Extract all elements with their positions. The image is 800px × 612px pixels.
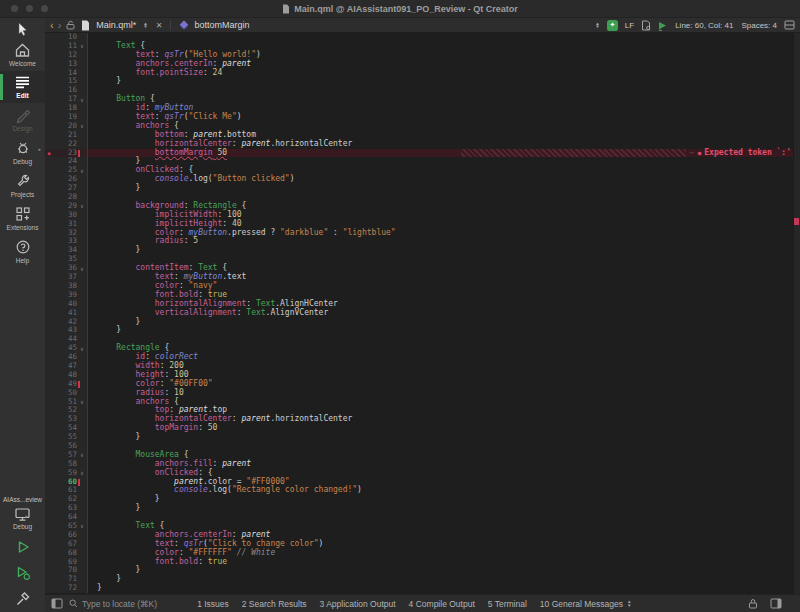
go-forward-button[interactable]: ›: [58, 19, 62, 31]
code-line[interactable]: 63 }: [45, 504, 793, 513]
code-text[interactable]: }: [88, 318, 793, 327]
code-line[interactable]: 16: [45, 86, 793, 95]
indentation-indicator[interactable]: Spaces: 4: [741, 21, 777, 30]
gutter[interactable]: 63: [45, 504, 88, 513]
pane-button-4-compile-output[interactable]: 4 Compile Output: [409, 599, 475, 609]
code-text[interactable]: width: 200: [88, 362, 793, 371]
code-text[interactable]: }: [88, 504, 793, 513]
gutter[interactable]: 22: [45, 140, 88, 149]
code-line[interactable]: 62 }: [45, 495, 793, 504]
code-text[interactable]: radius: 5: [88, 237, 793, 246]
toggle-right-sidebar-button[interactable]: [770, 598, 782, 609]
gutter[interactable]: 62: [45, 495, 88, 504]
gutter[interactable]: 14: [45, 69, 88, 78]
sidebar-item-edit[interactable]: Edit: [0, 71, 45, 103]
code-line[interactable]: 33 radius: 5: [45, 237, 793, 246]
fold-marker-icon[interactable]: ∨: [77, 523, 87, 529]
code-text[interactable]: }: [88, 433, 793, 442]
gutter[interactable]: 39: [45, 291, 88, 300]
code-line[interactable]: 43 }: [45, 326, 793, 335]
pane-button-3-application-output[interactable]: 3 Application Output: [320, 599, 396, 609]
gutter[interactable]: 10: [45, 33, 88, 42]
gutter[interactable]: 40: [45, 300, 88, 309]
code-text[interactable]: Button {: [88, 95, 793, 104]
toggle-left-sidebar-button[interactable]: [51, 598, 63, 609]
code-text[interactable]: [88, 442, 793, 451]
gutter[interactable]: 49: [45, 380, 88, 389]
code-line[interactable]: 34 }: [45, 246, 793, 255]
gutter[interactable]: 45∨: [45, 344, 88, 353]
code-text[interactable]: font.pointSize: 24: [88, 69, 793, 78]
code-text[interactable]: }: [88, 495, 793, 504]
gutter[interactable]: 48: [45, 371, 88, 380]
gutter[interactable]: 58: [45, 460, 88, 469]
gutter[interactable]: 59∨: [45, 469, 88, 478]
debug-run-button[interactable]: [15, 560, 31, 586]
run-button[interactable]: [15, 534, 31, 560]
gutter[interactable]: 60: [45, 478, 88, 487]
gutter[interactable]: 44: [45, 335, 88, 344]
code-line[interactable]: 14 font.pointSize: 24: [45, 69, 793, 78]
gutter[interactable]: 42: [45, 318, 88, 327]
code-line[interactable]: 10: [45, 33, 793, 42]
sidebar-item-projects[interactable]: Projects: [0, 169, 45, 202]
fold-marker-icon[interactable]: ∨: [77, 266, 87, 272]
pane-button-2-search-results[interactable]: 2 Search Results: [242, 599, 307, 609]
code-text[interactable]: color: "#00FF00": [88, 380, 793, 389]
code-line[interactable]: 55 }: [45, 433, 793, 442]
code-text[interactable]: [88, 33, 793, 42]
code-line[interactable]: 71 }: [45, 575, 793, 584]
gutter[interactable]: 11∨: [45, 42, 88, 51]
code-text[interactable]: console.log("Button clicked"): [88, 175, 793, 184]
gutter[interactable]: 55: [45, 433, 88, 442]
gutter[interactable]: 29∨: [45, 202, 88, 211]
gutter[interactable]: 21: [45, 131, 88, 140]
go-back-button[interactable]: ‹: [50, 19, 54, 31]
sidebar-item-extensions[interactable]: Extensions: [0, 202, 45, 235]
code-text[interactable]: [88, 86, 793, 95]
sidebar-item-welcome[interactable]: Welcome: [0, 38, 45, 71]
gutter[interactable]: 18: [45, 104, 88, 113]
pane-button-5-terminal[interactable]: 5 Terminal: [488, 599, 527, 609]
gutter[interactable]: 69: [45, 558, 88, 567]
document-stepper[interactable]: ▲▼: [143, 22, 147, 29]
gutter[interactable]: 67: [45, 540, 88, 549]
fold-marker-icon[interactable]: ∨: [77, 203, 87, 209]
gutter[interactable]: 68: [45, 549, 88, 558]
gutter[interactable]: 33: [45, 237, 88, 246]
close-window-button[interactable]: [11, 5, 18, 12]
code-line[interactable]: 41 verticalAlignment: Text.AlignVCenter: [45, 309, 793, 318]
gutter[interactable]: 15: [45, 77, 88, 86]
gutter[interactable]: 32: [45, 229, 88, 238]
gutter[interactable]: 26: [45, 175, 88, 184]
split-editor-button[interactable]: [784, 20, 795, 30]
code-line[interactable]: 70 }: [45, 566, 793, 575]
gutter[interactable]: 57∨: [45, 451, 88, 460]
code-text[interactable]: console.log("Rectangle color changed!"): [88, 486, 793, 495]
error-annotation-text[interactable]: Expected token `:': [704, 149, 791, 158]
analyze-indicator-icon[interactable]: [657, 20, 668, 31]
zoom-window-button[interactable]: [41, 5, 48, 12]
code-text[interactable]: }: [88, 584, 793, 593]
gutter[interactable]: 41: [45, 309, 88, 318]
gutter[interactable]: 38: [45, 282, 88, 291]
cursor-position-indicator[interactable]: Line: 60, Col: 41: [675, 21, 733, 30]
fold-marker-icon[interactable]: ∨: [77, 470, 87, 476]
fold-marker-icon[interactable]: ∨: [77, 168, 87, 174]
pane-stepper[interactable]: ▲▼: [627, 600, 631, 607]
gutter[interactable]: 36∨: [45, 264, 88, 273]
code-text[interactable]: }: [88, 184, 793, 193]
fold-marker-icon[interactable]: ∨: [77, 452, 87, 458]
code-text[interactable]: [88, 513, 793, 522]
code-text[interactable]: }: [88, 157, 793, 166]
sidebar-item-help[interactable]: Help: [0, 235, 45, 268]
sidebar-item-design[interactable]: Design: [0, 103, 45, 136]
fold-marker-icon[interactable]: ∨: [77, 346, 87, 352]
gutter[interactable]: 43: [45, 326, 88, 335]
ai-assistant-icon[interactable]: ✦: [607, 20, 618, 31]
pane-button-1-issues[interactable]: 1 Issues: [197, 599, 229, 609]
gutter[interactable]: 72: [45, 584, 88, 593]
gutter[interactable]: 52: [45, 406, 88, 415]
gutter[interactable]: 24: [45, 157, 88, 166]
code-text[interactable]: bottomMargin 50⋯●Expected token `:': [88, 149, 793, 158]
